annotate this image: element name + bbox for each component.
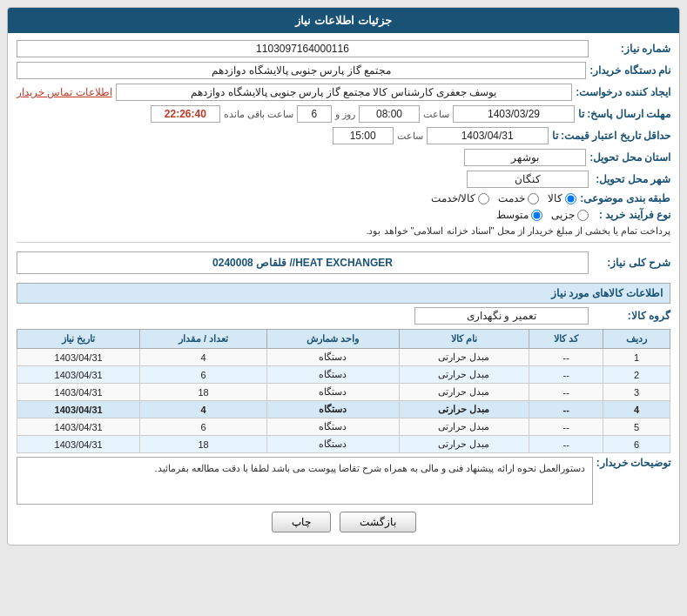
reply-days-value: 6 <box>297 105 332 123</box>
request-number-label: شماره نیاز: <box>592 43 670 55</box>
category-khedmat: خدمت <box>498 192 539 204</box>
city-label: شهر محل تحویل: <box>592 173 670 185</box>
buyer-comments-value: دستورالعمل نحوه ارائه پیشنهاد فنی و مالی… <box>17 457 593 505</box>
table-cell-name: مبدل حرارتی <box>399 401 529 418</box>
table-cell-name: مبدل حرارتی <box>399 366 529 384</box>
reply-date-value: 1403/03/29 <box>453 105 575 123</box>
table-cell-row: 2 <box>603 366 670 384</box>
table-cell-code: -- <box>529 436 603 453</box>
requester-value: یوسف جعفری کارشناس کالا مجتمع گاز پارس ج… <box>116 84 573 101</box>
category-kala: کالا <box>548 192 576 204</box>
table-row: 4--مبدل حرارتیدستگاه41403/04/31 <box>17 401 670 418</box>
table-cell-date: 1403/04/31 <box>17 401 140 418</box>
request-number-value: 1103097164000116 <box>17 40 589 57</box>
table-cell-name: مبدل حرارتی <box>399 349 529 366</box>
reply-deadline-label: مهلت ارسال پاسخ: تا <box>578 108 670 120</box>
goods-group-label: گروه کالا: <box>592 310 670 322</box>
category-kala-khedmat-label: کالا/خدمت <box>431 192 475 204</box>
table-cell-name: مبدل حرارتی <box>399 418 529 436</box>
province-value: بوشهر <box>464 149 586 166</box>
table-cell-row: 1 <box>603 349 670 366</box>
table-header-row: ردیف <box>603 330 670 349</box>
page-title: جزئیات اطلاعات نیاز <box>8 8 679 33</box>
table-cell-qty: 18 <box>140 384 267 401</box>
need-desc-label: شرح کلی نیاز: <box>592 257 670 269</box>
table-header-date: تاریخ نیاز <box>17 330 140 349</box>
category-radio-group: کالا خدمت کالا/خدمت <box>431 192 576 204</box>
purchase-note: پرداخت تمام یا بخشی از مبلغ خریدار از مح… <box>17 225 670 237</box>
purchase-type-motavasset: متوسط <box>496 209 542 221</box>
table-cell-date: 1403/04/31 <box>17 384 140 401</box>
items-table: ردیف کد کالا نام کالا واحد شمارش تعداد /… <box>17 329 670 453</box>
table-cell-unit: دستگاه <box>266 349 399 366</box>
table-cell-date: 1403/04/31 <box>17 366 140 384</box>
buyer-name-value: مجتمع گاز پارس جنوبی پالایشگاه دوازدهم <box>17 62 586 79</box>
category-kala-khedmat: کالا/خدمت <box>431 192 489 204</box>
table-cell-qty: 6 <box>140 418 267 436</box>
table-cell-name: مبدل حرارتی <box>399 384 529 401</box>
back-button[interactable]: بازگشت <box>340 512 416 532</box>
city-value: کنگان <box>467 171 589 188</box>
table-cell-qty: 18 <box>140 436 267 453</box>
table-cell-row: 5 <box>603 418 670 436</box>
table-row: 6--مبدل حرارتیدستگاه181403/04/31 <box>17 436 670 453</box>
goods-group-value: تعمیر و نگهداری <box>414 307 589 325</box>
table-cell-qty: 6 <box>140 366 267 384</box>
table-row: 2--مبدل حرارتیدستگاه61403/04/31 <box>17 366 670 384</box>
buyer-name-label: نام دستگاه خریدار: <box>589 64 670 77</box>
table-cell-row: 6 <box>603 436 670 453</box>
need-desc-value: HEAT EXCHANGER// قلقاص 0240008 <box>17 251 589 274</box>
contact-info-link[interactable]: اطلاعات تماس خریدار <box>17 86 112 98</box>
table-cell-unit: دستگاه <box>266 436 399 453</box>
table-cell-code: -- <box>529 401 603 418</box>
table-header-code: کد کالا <box>529 330 603 349</box>
table-row: 5--مبدل حرارتیدستگاه61403/04/31 <box>17 418 670 436</box>
table-cell-name: مبدل حرارتی <box>399 436 529 453</box>
price-time-value: 15:00 <box>333 127 394 144</box>
table-row: 1--مبدل حرارتیدستگاه41403/04/31 <box>17 349 670 366</box>
goods-info-section-title: اطلاعات کالاهای مورد نیاز <box>17 283 670 304</box>
table-cell-row: 4 <box>603 401 670 418</box>
table-header-qty: تعداد / مقدار <box>140 330 267 349</box>
table-cell-code: -- <box>529 366 603 384</box>
footer-buttons: بازگشت چاپ <box>17 512 670 538</box>
table-cell-code: -- <box>529 384 603 401</box>
table-cell-date: 1403/04/31 <box>17 436 140 453</box>
table-cell-date: 1403/04/31 <box>17 418 140 436</box>
category-khedmat-label: خدمت <box>498 192 525 204</box>
table-cell-unit: دستگاه <box>266 366 399 384</box>
reply-day-label: روز و <box>335 109 355 120</box>
category-kala-label: کالا <box>548 192 562 204</box>
price-deadline-label: حداقل تاریخ اعتبار قیمت: تا <box>552 130 670 142</box>
table-cell-code: -- <box>529 349 603 366</box>
province-label: استان محل تحویل: <box>589 151 670 164</box>
purchase-type-radio-group: جزیی متوسط <box>496 209 589 221</box>
reply-time-label: ساعت <box>423 109 449 120</box>
table-cell-unit: دستگاه <box>266 418 399 436</box>
table-cell-code: -- <box>529 418 603 436</box>
table-cell-qty: 4 <box>140 349 267 366</box>
table-cell-qty: 4 <box>140 401 267 418</box>
purchase-type-label: نوع فرآیند خرید : <box>592 209 670 221</box>
table-cell-unit: دستگاه <box>266 384 399 401</box>
table-header-name: نام کالا <box>399 330 529 349</box>
table-cell-unit: دستگاه <box>266 401 399 418</box>
buyer-comments-label: توضیحات خریدار: <box>596 457 670 469</box>
reply-remaining-value: 22:26:40 <box>151 105 220 123</box>
print-button[interactable]: چاپ <box>272 512 331 532</box>
table-header-unit: واحد شمارش <box>266 330 399 349</box>
reply-remaining-label: ساعت باقی مانده <box>224 109 293 120</box>
price-date-value: 1403/04/31 <box>427 127 549 144</box>
requester-label: ایجاد کننده درخواست: <box>576 86 670 98</box>
table-row: 3--مبدل حرارتیدستگاه181403/04/31 <box>17 384 670 401</box>
purchase-type-jozi-label: جزیی <box>551 209 575 221</box>
table-cell-date: 1403/04/31 <box>17 349 140 366</box>
table-cell-row: 3 <box>603 384 670 401</box>
price-time-label: ساعت <box>397 131 423 142</box>
reply-time-value: 08:00 <box>359 105 420 123</box>
purchase-type-motavasset-label: متوسط <box>496 209 529 221</box>
category-label: طبقه بندی موضوعی: <box>580 192 670 204</box>
purchase-type-jozi: جزیی <box>551 209 589 221</box>
